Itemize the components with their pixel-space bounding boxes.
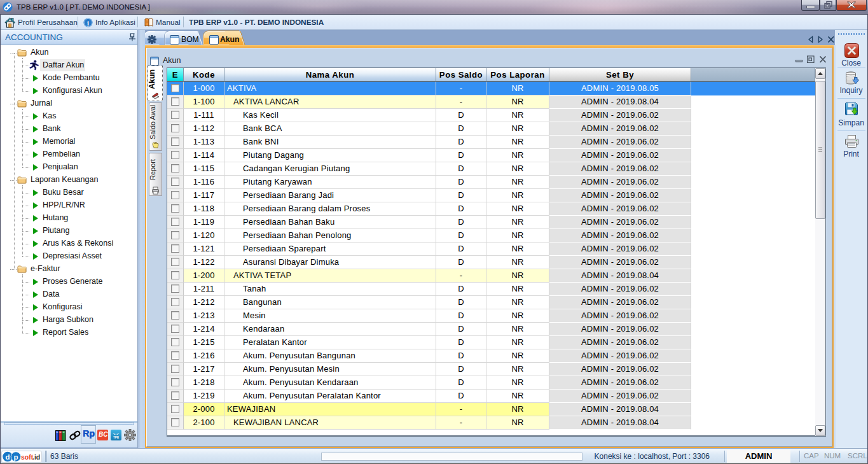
svg-text:soft: soft (21, 453, 34, 461)
svg-text:TPB: TPB (113, 436, 120, 439)
svg-text:.id: .id (32, 453, 40, 461)
svg-text:i: i (87, 20, 89, 27)
svg-text:d: d (5, 453, 10, 461)
svg-text:p: p (13, 453, 18, 461)
